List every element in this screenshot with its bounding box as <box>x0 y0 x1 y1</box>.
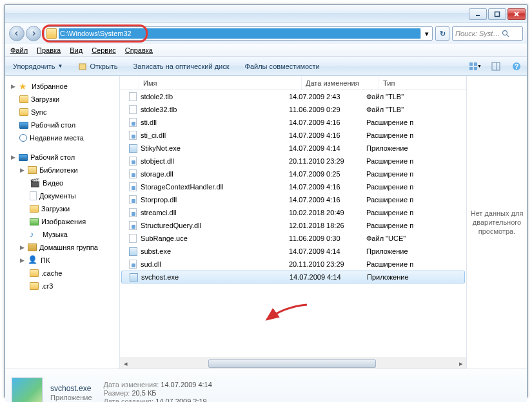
menu-tools[interactable]: Сервис <box>92 46 116 54</box>
file-row[interactable]: subst.exe14.07.2009 4:14Приложение <box>120 245 466 258</box>
address-dropdown[interactable]: ▾ <box>420 30 432 38</box>
file-row[interactable]: StructuredQuery.dll12.01.2018 18:26Расши… <box>120 219 466 232</box>
sidebar-cache[interactable]: .cache <box>5 267 119 280</box>
file-row[interactable]: stdole2.tlb14.07.2009 2:43Файл "TLB" <box>120 90 466 103</box>
preview-pane: Нет данных для дварительного просмотра. <box>466 76 527 368</box>
svg-rect-1 <box>495 12 500 16</box>
svg-point-4 <box>503 31 507 35</box>
sidebar[interactable]: ▶★Избранное Загрузки Sync Рабочий стол Н… <box>5 76 120 368</box>
sidebar-video[interactable]: 🎬Видео <box>5 177 119 189</box>
col-type[interactable]: Тип <box>379 76 466 90</box>
scroll-left[interactable]: ◂ <box>120 359 131 368</box>
details-filetype: Приложение <box>50 394 92 401</box>
svg-rect-7 <box>469 62 473 66</box>
file-row[interactable]: Storprop.dll14.07.2009 4:16Расширение п <box>120 193 466 206</box>
address-bar[interactable]: C:\Windows\System32 ▾ <box>44 26 433 41</box>
open-button[interactable]: Открыть <box>74 61 121 72</box>
favorites-node[interactable]: ▶★Избранное <box>5 80 119 93</box>
search-input[interactable]: Поиск: Syst… <box>452 26 523 41</box>
maximize-button[interactable] <box>488 8 506 20</box>
file-row[interactable]: streamci.dll10.02.2018 20:49Расширение п <box>120 206 466 219</box>
organize-button[interactable]: Упорядочить▼ <box>9 61 66 72</box>
file-row[interactable]: stdole32.tlb11.06.2009 0:29Файл "TLB" <box>120 103 466 116</box>
navbar: C:\Windows\System32 ▾ ↻ Поиск: Syst… <box>5 23 527 44</box>
libraries-node[interactable]: ▶Библиотеки <box>5 164 119 177</box>
preview-pane-button[interactable] <box>489 60 502 73</box>
explorer-window: C:\Windows\System32 ▾ ↻ Поиск: Syst… Фай… <box>5 5 527 397</box>
menu-help[interactable]: Справка <box>125 46 153 54</box>
file-row[interactable]: sti_ci.dll14.07.2009 4:16Расширение п <box>120 129 466 142</box>
compat-files-button[interactable]: Файлы совместимости <box>241 61 324 72</box>
file-row[interactable]: StorageContextHandler.dll14.07.2009 4:16… <box>120 180 466 193</box>
sidebar-pc[interactable]: ▶👤ПК <box>5 254 119 267</box>
file-row[interactable]: storage.dll14.07.2009 0:25Расширение п <box>120 168 466 180</box>
details-filename: svchost.exe <box>50 384 92 393</box>
horizontal-scrollbar[interactable]: ◂ ▸ <box>120 358 466 368</box>
sidebar-homegroup[interactable]: ▶Домашняя группа <box>5 241 119 254</box>
svg-rect-9 <box>469 67 473 70</box>
help-button[interactable]: ? <box>510 60 523 73</box>
svg-text:?: ? <box>515 62 519 70</box>
menubar: Файл Правка Вид Сервис Справка <box>5 44 527 57</box>
col-date[interactable]: Дата изменения <box>302 76 379 90</box>
view-icons-button[interactable]: ▼ <box>469 60 482 73</box>
menu-edit[interactable]: Правка <box>37 46 61 54</box>
sidebar-images[interactable]: Изображения <box>5 215 119 228</box>
sidebar-desktop[interactable]: Рабочий стол <box>5 119 119 131</box>
file-row[interactable]: stobject.dll20.11.2010 23:29Расширение п <box>120 155 466 168</box>
svg-rect-11 <box>492 62 500 70</box>
refresh-button[interactable]: ↻ <box>435 26 449 41</box>
back-button[interactable] <box>9 26 25 41</box>
menu-view[interactable]: Вид <box>70 46 83 54</box>
file-row[interactable]: SubRange.uce11.06.2009 0:30Файл "UCE" <box>120 232 466 245</box>
sidebar-sync[interactable]: Sync <box>5 106 119 119</box>
svg-rect-6 <box>79 64 86 70</box>
file-row[interactable]: svchost.exe14.07.2009 4:14Приложение <box>121 271 465 283</box>
folder-icon <box>46 28 57 39</box>
col-name[interactable]: Имя <box>139 76 302 90</box>
file-list: Имя Дата изменения Тип stdole2.tlb14.07.… <box>120 76 466 368</box>
column-headers[interactable]: Имя Дата изменения Тип <box>120 76 466 90</box>
svg-line-5 <box>507 35 509 37</box>
file-row[interactable]: sud.dll20.11.2010 23:29Расширение п <box>120 258 466 271</box>
menu-file[interactable]: Файл <box>10 46 28 54</box>
open-icon <box>78 62 87 71</box>
sidebar-cr3[interactable]: .cr3 <box>5 280 119 292</box>
sidebar-downloads[interactable]: Загрузки <box>5 93 119 106</box>
close-button[interactable] <box>507 8 526 20</box>
file-rows[interactable]: stdole2.tlb14.07.2009 2:43Файл "TLB"stdo… <box>120 90 466 358</box>
file-row[interactable]: sti.dll14.07.2009 4:16Расширение п <box>120 116 466 129</box>
toolbar: Упорядочить▼ Открыть Записать на оптичес… <box>5 57 527 76</box>
scroll-right[interactable]: ▸ <box>455 359 466 368</box>
search-icon <box>502 30 509 37</box>
burn-button[interactable]: Записать на оптический диск <box>130 61 233 72</box>
sidebar-downloads2[interactable]: Загрузки <box>5 202 119 215</box>
file-thumbnail <box>12 378 43 403</box>
sidebar-documents[interactable]: Документы <box>5 189 119 202</box>
desktop-node[interactable]: ▶Рабочий стол <box>5 151 119 164</box>
sidebar-music[interactable]: ♪Музыка <box>5 228 119 241</box>
address-text[interactable]: C:\Windows\System32 <box>59 28 420 39</box>
minimize-button[interactable] <box>469 8 487 20</box>
details-pane: svchost.exe Приложение Дата изменения: 1… <box>5 368 527 402</box>
titlebar[interactable] <box>5 5 527 23</box>
forward-button[interactable] <box>26 26 41 41</box>
sidebar-recent[interactable]: Недавние места <box>5 131 119 144</box>
scroll-thumb[interactable] <box>208 359 376 368</box>
file-row[interactable]: StikyNot.exe14.07.2009 4:14Приложение <box>120 142 466 155</box>
